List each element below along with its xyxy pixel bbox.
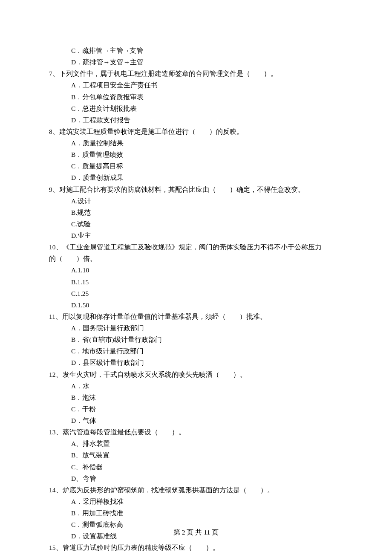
q12-option-b: B．泡沫 bbox=[71, 392, 343, 403]
q11-stem: 11、用以复现和保存计量单位量值的计量基准器具，须经（ ）批准。 bbox=[49, 311, 343, 322]
q10-option-a: A.1.10 bbox=[71, 264, 343, 276]
q12-stem: 12、发生火灾时，干式自动喷水灭火系统的喷头先喷洒（ ）。 bbox=[49, 369, 343, 380]
page-footer: 第 2 页 共 11 页 bbox=[49, 526, 343, 538]
q6-options: C．疏排管→主管→支管 D．疏排管→支管→主管 bbox=[71, 45, 343, 68]
q6-option-d: D．疏排管→支管→主管 bbox=[71, 56, 343, 68]
q8-stem: 8、建筑安装工程质量验收评定是施工单位进行（ ）的反映。 bbox=[49, 126, 343, 137]
q11-option-c: C．地市级计量行政部门 bbox=[71, 345, 343, 357]
q10-stem-line2: 的（ ）倍。 bbox=[49, 253, 343, 264]
q6-option-c: C．疏排管→主管→支管 bbox=[71, 45, 343, 56]
q13-options: A、排水装置 B、放气装置 C、补偿器 D、弯管 bbox=[71, 438, 343, 484]
q8-option-b: B．质量管理绩效 bbox=[71, 149, 343, 160]
q8-options: A．质量控制结果 B．质量管理绩效 C．质量提高目标 D．质量创新成果 bbox=[71, 137, 343, 184]
q8-option-c: C．质量提高目标 bbox=[71, 160, 343, 172]
q7-option-a: A．工程项目安全生产责任书 bbox=[71, 79, 343, 91]
q9-option-a: A.设计 bbox=[71, 195, 343, 207]
q11-options: A．国务院计量行政部门 B．省(直辖市)级计量行政部门 C．地市级计量行政部门 … bbox=[71, 322, 343, 369]
q13-option-c: C、补偿器 bbox=[71, 461, 343, 473]
q9-option-d: D.业主 bbox=[71, 230, 343, 241]
q10-option-b: B.1.15 bbox=[71, 276, 343, 288]
q11-option-a: A．国务院计量行政部门 bbox=[71, 322, 343, 334]
q7-options: A．工程项目安全生产责任书 B．分包单位资质报审表 C．总进度计划报批表 D．工… bbox=[71, 79, 343, 126]
q14-stem: 14、炉底为反拱形的炉窑砌筑前，找准砌筑弧形拱基面的方法是（ ）。 bbox=[49, 484, 343, 496]
q13-stem: 13、蒸汽管道每段管道最低点要设（ ）。 bbox=[49, 426, 343, 438]
q7-option-d: D．工程款支付报告 bbox=[71, 114, 343, 126]
q13-option-a: A、排水装置 bbox=[71, 438, 343, 449]
page-container: C．疏排管→主管→支管 D．疏排管→支管→主管 7、下列文件中，属于机电工程注册… bbox=[0, 0, 392, 555]
q14-option-a: A．采用样板找准 bbox=[71, 496, 343, 507]
q7-option-c: C．总进度计划报批表 bbox=[71, 103, 343, 114]
q9-options: A.设计 B.规范 C.试验 D.业主 bbox=[71, 195, 343, 242]
q7-stem: 7、下列文件中，属于机电工程注册建造师签章的合同管理文件是（ ）。 bbox=[49, 68, 343, 79]
q9-option-c: C.试验 bbox=[71, 218, 343, 230]
q13-option-d: D、弯管 bbox=[71, 473, 343, 484]
q8-option-a: A．质量控制结果 bbox=[71, 137, 343, 149]
q7-option-b: B．分包单位资质报审表 bbox=[71, 91, 343, 103]
q12-option-d: D．气体 bbox=[71, 415, 343, 426]
q15-stem: 15、管道压力试验时的压力表的精度等级不应（ ）。 bbox=[49, 542, 343, 553]
q11-option-b: B．省(直辖市)级计量行政部门 bbox=[71, 334, 343, 345]
q8-option-d: D．质量创新成果 bbox=[71, 172, 343, 183]
q10-stem-line1: 10、《工业金属管道工程施工及验收规范》规定，阀门的壳体实验压力不得不小于公称压… bbox=[49, 241, 343, 253]
q11-option-d: D．县区级计量行政部门 bbox=[71, 357, 343, 368]
q12-option-a: A．水 bbox=[71, 380, 343, 392]
document-body: C．疏排管→主管→支管 D．疏排管→支管→主管 7、下列文件中，属于机电工程注册… bbox=[49, 45, 343, 554]
q13-option-b: B、放气装置 bbox=[71, 449, 343, 461]
q9-stem: 9、对施工配合比有要求的防腐蚀材料，其配合比应由（ ）确定，不得任意改变。 bbox=[49, 184, 343, 195]
q9-option-b: B.规范 bbox=[71, 207, 343, 218]
q10-options: A.1.10 B.1.15 C.1.25 D.1.50 bbox=[71, 264, 343, 311]
q12-options: A．水 B．泡沫 C．干粉 D．气体 bbox=[71, 380, 343, 427]
q14-option-b: B．用加工砖找准 bbox=[71, 507, 343, 519]
q10-option-d: D.1.50 bbox=[71, 299, 343, 311]
q12-option-c: C．干粉 bbox=[71, 403, 343, 415]
q10-option-c: C.1.25 bbox=[71, 288, 343, 299]
